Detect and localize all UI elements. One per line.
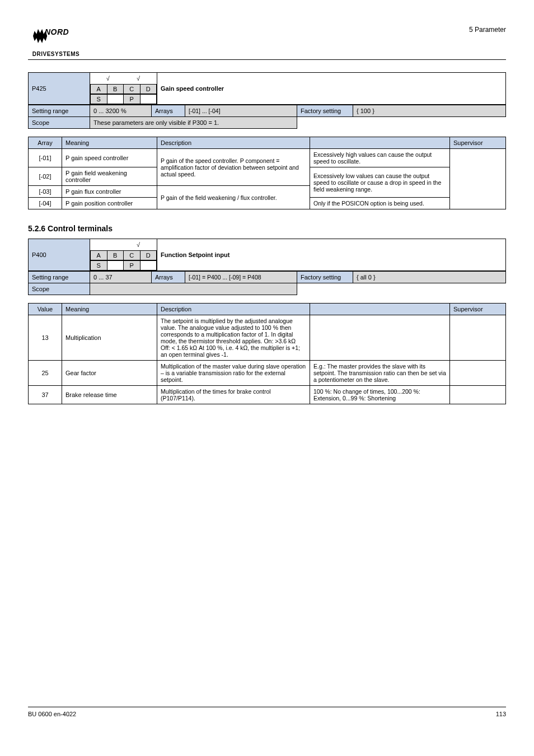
p425-arrays-label: Arrays [152,105,185,117]
p425-r0-desc2: Excessively high values can cause the ou… [310,149,450,167]
p425-r2-desc1: P gain of the field weakening / flux con… [157,186,310,209]
p400-r2-val: 37 [29,386,62,404]
hdr-desc: Description [157,304,310,315]
hdr-array: Value [29,304,62,315]
param-p400-header-table: P400 √ Function Setpoint input A B C D [28,239,506,271]
p425-code: P425 [29,73,90,105]
param-p425: P425 √ √ Gain speed controller A B C D [28,72,506,129]
p400-range-label: Setting range [29,272,90,283]
abc-a: A [91,251,107,260]
sp-s: S [91,95,107,104]
sp-blank2 [140,261,157,270]
p425-r3-val: [-04] [29,198,62,209]
p425-scope-value: These parameters are only visible if P30… [90,117,297,129]
p425-factory-value: { 100 } [353,105,506,117]
p425-abc: A B C D [90,84,157,94]
p425-range-label: Setting range [29,105,90,117]
abc-c: C [124,251,140,260]
p400-arrays-label: Arrays [152,272,185,283]
p425-range-value: 0 ... 3200 % [90,105,152,117]
p400-scope-label: Scope [29,283,90,295]
p400-name: Function Setpoint input [157,239,506,271]
p400-r1-meaning: Gear factor [62,361,157,386]
sp-s: S [91,261,107,270]
p425-tick1: √ [93,75,122,82]
page-footer: BU 0600 en-4022 113 [28,707,506,717]
abc-d: D [140,251,157,260]
sp-p: P [124,261,140,270]
p425-meaning-table: Array Meaning Description Supervisor [-0… [28,137,506,209]
p400-r1-desc2: E.g.: The master provides the slave with… [310,361,450,386]
hdr-meaning: Meaning [62,304,157,315]
table-row: 37 Brake release time Multiplication of … [29,386,506,404]
p400-r0-desc2 [310,315,450,361]
p400-meaning-table: Value Meaning Description Supervisor 13 … [28,303,506,404]
p400-r0-sup [450,315,506,361]
p425-r2-desc2: Excessively low values can cause the out… [310,167,450,198]
p400-r0-val: 13 [29,315,62,361]
sp-blank2 [140,95,157,104]
abc-a: A [91,85,107,94]
sp-blank1 [107,261,124,270]
p400-r0-meaning: Multiplication [62,315,157,361]
p425-r1-meaning: P gain field weakening controller [62,167,157,186]
p400-r2-sup [450,386,506,404]
brand-bottom: DRIVESYSTEMS [28,51,84,57]
p400-arrays-value: [-01] = P400 ... [-09] = P408 [185,272,297,283]
p400-abc: A B C D [90,250,157,260]
param-p425-header-table: P425 √ √ Gain speed controller A B C D [28,72,506,105]
param-p400: P400 √ Function Setpoint input A B C D [28,239,506,295]
p425-r0-val: [-01] [29,149,62,167]
p400-code: P400 [29,239,90,271]
p425-r0-desc1: P gain of the speed controller. P compon… [157,149,310,186]
p400-r0-desc1: The setpoint is multiplied by the adjust… [157,315,310,361]
p425-r2-val: [-03] [29,186,62,198]
p425-settings-table: Setting range 0 ... 3200 % Arrays [-01] … [28,105,506,129]
p400-range-value: 0 ... 37 [90,272,152,283]
brand-top: NORD [45,27,69,36]
hdr-sup: Supervisor [450,137,506,149]
hdr-desc2 [310,304,450,315]
hdr-sup: Supervisor [450,304,506,315]
hdr-desc: Description [157,137,310,149]
p425-r3-desc2: Only if the POSICON option is being used… [310,198,450,209]
p400-ticks: √ [90,239,157,251]
table-row: [-01] P gain speed controller P gain of … [29,149,506,167]
hdr-meaning: Meaning [62,137,157,149]
p425-r0-meaning: P gain speed controller [62,149,157,167]
gear-icon: NORD [28,22,84,50]
p425-sp: S P [90,94,157,104]
breadcrumb: 5 Parameter [469,26,506,34]
p400-r2-desc2: 100 %: No change of times, 100...200 %: … [310,386,450,404]
p425-r1-val: [-02] [29,167,62,186]
p425-tick2: √ [124,75,152,82]
header-rule [28,59,506,60]
p400-r1-desc1: Multiplication of the master value durin… [157,361,310,386]
p425-r3-meaning: P gain position controller [62,198,157,209]
abc-c: C [124,85,140,94]
sp-blank1 [107,95,124,104]
table-row: 13 Multiplication The setpoint is multip… [29,315,506,361]
p400-tick2: √ [124,241,152,248]
brand-logo: NORD DRIVESYSTEMS [28,22,84,57]
p425-arrays-value: [-01] ... [-04] [185,105,297,117]
p425-sup [450,149,506,209]
p425-ticks: √ √ [90,73,157,85]
page-header: NORD DRIVESYSTEMS 5 Parameter [28,22,506,57]
p425-scope-label: Scope [29,117,90,129]
table-row: 25 Gear factor Multiplication of the mas… [29,361,506,386]
abc-b: B [107,85,124,94]
p400-r1-sup [450,361,506,386]
p425-factory-label: Factory setting [297,105,353,117]
hdr-array: Array [29,137,62,149]
p400-factory-label: Factory setting [297,272,353,283]
p400-r2-meaning: Brake release time [62,386,157,404]
p400-settings-table: Setting range 0 ... 37 Arrays [-01] = P4… [28,271,506,295]
p400-factory-value: { all 0 } [353,272,506,283]
p400-sp: S P [90,260,157,270]
sp-p: P [124,95,140,104]
section-title: 5.2.6 Control terminals [28,224,506,233]
footer-right: 113 [496,711,506,717]
p400-scope-value [90,283,297,295]
hdr-desc2 [310,137,450,149]
